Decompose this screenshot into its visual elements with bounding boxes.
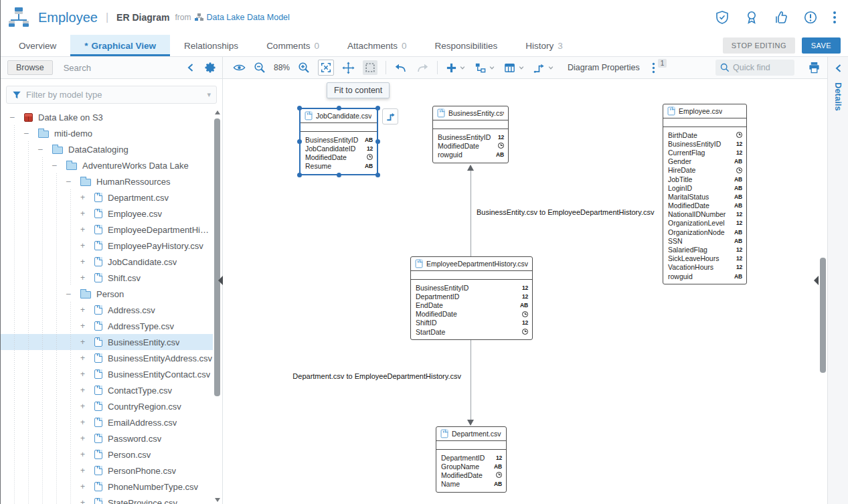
details-panel-label[interactable]: Details bbox=[833, 82, 843, 111]
tab-relationships[interactable]: Relationships bbox=[170, 35, 252, 56]
tree-item-datacataloging[interactable]: –DataCataloging bbox=[1, 141, 213, 157]
tree-item-jobcandidate-csv[interactable]: +JobCandidate.csv bbox=[1, 254, 213, 270]
expand-icon[interactable]: + bbox=[80, 225, 94, 234]
tab-graphical-view[interactable]: *Graphical View bbox=[70, 35, 170, 56]
tree-item-businessentityaddress-csv[interactable]: +BusinessEntityAddress.csv bbox=[1, 350, 213, 366]
tree-item-businessentity-csv[interactable]: +BusinessEntity.csv bbox=[1, 334, 213, 350]
relationship-line[interactable] bbox=[471, 340, 471, 420]
expand-icon[interactable]: + bbox=[80, 498, 94, 504]
tab-attachments[interactable]: Attachments0 bbox=[333, 35, 421, 56]
expand-icon[interactable]: + bbox=[80, 466, 94, 475]
collapse-panel-icon[interactable] bbox=[186, 63, 195, 72]
entity-businessentity-csv[interactable]: BusinessEntity.csvBusinessEntityID12Modi… bbox=[432, 106, 509, 163]
tree-item-address-csv[interactable]: +Address.csv bbox=[1, 302, 213, 318]
expand-icon[interactable]: + bbox=[80, 257, 94, 266]
expand-icon[interactable]: + bbox=[80, 321, 94, 331]
canvas-scrollbar-thumb[interactable] bbox=[820, 258, 826, 373]
expand-icon[interactable]: + bbox=[80, 482, 94, 491]
chevron-down-icon[interactable]: ▾ bbox=[207, 90, 211, 99]
selection-handle[interactable] bbox=[337, 106, 341, 110]
draw-relationship-button[interactable] bbox=[382, 108, 398, 124]
expand-icon[interactable]: + bbox=[80, 273, 94, 282]
pan-move-icon[interactable] bbox=[342, 62, 355, 74]
selection-handle[interactable] bbox=[375, 173, 380, 177]
scroll-down-icon[interactable] bbox=[215, 498, 220, 502]
print-icon[interactable] bbox=[808, 62, 821, 74]
zoom-in-icon[interactable] bbox=[298, 62, 310, 74]
tree-item-shift-csv[interactable]: +Shift.csv bbox=[1, 270, 213, 286]
scroll-up-icon[interactable] bbox=[215, 110, 220, 114]
connector-style-dropdown[interactable] bbox=[533, 62, 554, 74]
preview-eye-icon[interactable] bbox=[233, 62, 246, 73]
expand-icon[interactable]: + bbox=[80, 450, 94, 459]
tab-responsibilities[interactable]: Responsibilities bbox=[420, 35, 511, 56]
expand-icon[interactable]: + bbox=[80, 434, 94, 443]
expand-icon[interactable]: + bbox=[80, 209, 94, 218]
tree-item-humanressources[interactable]: –HumanRessources bbox=[1, 173, 213, 189]
tree-item-adventureworks-data-lake[interactable]: –AdventureWorks Data Lake bbox=[1, 157, 213, 173]
selection-handle[interactable] bbox=[297, 173, 302, 177]
collapse-icon[interactable]: – bbox=[66, 177, 80, 186]
kebab-menu-icon[interactable]: 1 bbox=[652, 62, 655, 74]
stop-editing-button[interactable]: STOP EDITING bbox=[723, 37, 795, 54]
tree-item-person[interactable]: –Person bbox=[1, 286, 213, 302]
tree-scrollbar-thumb[interactable] bbox=[214, 118, 220, 396]
marquee-select-icon[interactable] bbox=[363, 60, 377, 75]
quick-find-input[interactable] bbox=[733, 63, 786, 72]
search-tab-label[interactable]: Search bbox=[64, 63, 91, 73]
model-type-filter[interactable]: ▾ bbox=[6, 86, 217, 104]
certification-badge-icon[interactable] bbox=[744, 10, 759, 25]
selection-handle[interactable] bbox=[375, 139, 380, 144]
diagram-canvas[interactable]: Fit to content BusinessEntity.csv to Emp… bbox=[223, 79, 827, 504]
tree-item-personphone-csv[interactable]: +PersonPhone.csv bbox=[1, 463, 213, 479]
relationship-line[interactable] bbox=[471, 171, 471, 256]
relationship-label[interactable]: BusinessEntity.csv to EmployeeDepartment… bbox=[477, 208, 655, 216]
expand-icon[interactable]: + bbox=[80, 418, 94, 427]
tree-item-password-csv[interactable]: +Password.csv bbox=[1, 430, 213, 446]
gear-icon[interactable] bbox=[205, 62, 216, 73]
expand-icon[interactable]: + bbox=[80, 305, 94, 315]
table-view-dropdown[interactable] bbox=[503, 62, 525, 74]
entity-employee-csv[interactable]: Employee.csvBirthDateBusinessEntityID12C… bbox=[663, 104, 747, 284]
entity-jobcandidate-csv[interactable]: JobCandidate.csvBusinessEntityIDABJobCan… bbox=[299, 108, 378, 175]
save-button[interactable]: SAVE bbox=[802, 37, 841, 54]
expand-icon[interactable]: + bbox=[80, 353, 94, 363]
collapse-icon[interactable]: – bbox=[38, 145, 52, 154]
tab-overview[interactable]: Overview bbox=[5, 35, 70, 56]
entity-employeedepartmenthistory-csv[interactable]: EmployeeDepartmentHistory.csvBusinessEnt… bbox=[410, 256, 533, 340]
right-splitter-handle-icon[interactable] bbox=[814, 276, 819, 285]
tree-item-department-csv[interactable]: +Department.csv bbox=[1, 189, 213, 205]
tree-item-countryregion-csv[interactable]: +CountryRegion.csv bbox=[1, 398, 213, 414]
tab-history[interactable]: History3 bbox=[511, 35, 577, 56]
model-link[interactable]: Data Lake Data Model bbox=[195, 13, 289, 22]
collapse-icon[interactable]: – bbox=[10, 112, 24, 122]
collapse-icon[interactable]: – bbox=[24, 129, 38, 138]
tree-item-miti-demo[interactable]: –miti-demo bbox=[1, 125, 213, 141]
fit-to-content-icon[interactable] bbox=[318, 60, 334, 76]
tree-item-employeedepartmenthist[interactable]: +EmployeeDepartmentHist... bbox=[1, 222, 213, 238]
selection-handle[interactable] bbox=[337, 173, 341, 177]
verified-shield-icon[interactable] bbox=[715, 10, 730, 25]
selection-handle[interactable] bbox=[375, 106, 380, 110]
auto-layout-dropdown[interactable] bbox=[474, 62, 495, 74]
issues-alert-icon[interactable] bbox=[803, 10, 818, 25]
quick-find[interactable] bbox=[715, 60, 794, 76]
expand-icon[interactable]: + bbox=[80, 369, 94, 379]
tree-item-emailaddress-csv[interactable]: +EmailAddress.csv bbox=[1, 414, 213, 430]
expand-icon[interactable]: + bbox=[80, 386, 94, 395]
model-type-filter-input[interactable] bbox=[26, 90, 202, 100]
tree-item-businessentitycontact-csv[interactable]: +BusinessEntityContact.csv bbox=[1, 366, 213, 382]
expand-icon[interactable]: + bbox=[80, 337, 94, 347]
relationship-label[interactable]: Department.csv to EmployeeDepartmentHist… bbox=[292, 372, 461, 380]
diagram-properties-button[interactable]: Diagram Properties bbox=[568, 63, 640, 72]
undo-icon[interactable] bbox=[394, 62, 408, 74]
tree-item-contacttype-csv[interactable]: +ContactType.csv bbox=[1, 382, 213, 398]
redo-icon[interactable] bbox=[416, 62, 429, 74]
add-entity-dropdown[interactable] bbox=[446, 62, 466, 74]
expand-details-icon[interactable] bbox=[834, 64, 843, 73]
expand-icon[interactable]: + bbox=[80, 193, 94, 202]
collapse-icon[interactable]: – bbox=[52, 161, 66, 170]
tree-item-employee-csv[interactable]: +Employee.csv bbox=[1, 205, 213, 222]
more-menu-icon[interactable] bbox=[833, 10, 837, 25]
tree-item-employeepayhistory-csv[interactable]: +EmployeePayHistory.csv bbox=[1, 238, 213, 254]
